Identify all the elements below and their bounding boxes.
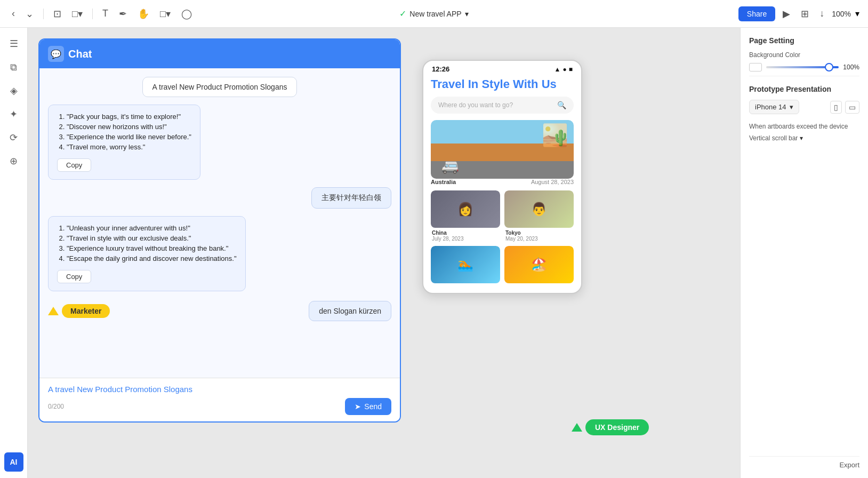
back-button[interactable]: ‹ <box>9 6 18 21</box>
grid-item-china: 👩 China July 28, 2023 <box>431 190 500 242</box>
color-swatch[interactable] <box>749 63 762 71</box>
bubble-button[interactable]: ◯ <box>178 6 195 22</box>
scroll-select[interactable]: Vertical scroll bar ▾ <box>749 134 859 142</box>
grid-item-3: 🏊 <box>431 246 500 285</box>
list-item: "Travel more, worry less." <box>67 143 191 151</box>
zoom-level[interactable]: 100% <box>832 10 851 18</box>
comment-button[interactable]: □▾ <box>157 6 174 22</box>
left-sidebar: ☰ ⧉ ◈ ✦ ⟳ ⊕ AI <box>0 28 28 478</box>
blue-water-image: 🏊 <box>431 246 500 283</box>
sidebar-assets[interactable]: ✦ <box>4 105 23 124</box>
history-button[interactable]: ⌄ <box>22 6 37 22</box>
chat-input-title: A travel New Product Promotion Slogans <box>48 385 391 394</box>
copy-button-1[interactable]: Copy <box>57 158 91 172</box>
text-button[interactable]: T <box>99 6 111 21</box>
chat-body: A travel New Product Promotion Slogans "… <box>39 68 400 378</box>
download-button[interactable]: ↓ <box>816 6 827 21</box>
opacity-slider[interactable] <box>766 66 839 68</box>
grid-item-4: 🏖️ <box>504 246 574 285</box>
grid-button[interactable]: ⊞ <box>798 6 812 22</box>
scroll-dropdown: ▾ <box>800 134 803 142</box>
portrait-btn[interactable]: ▯ <box>830 101 842 114</box>
van-decoration: 🚐 <box>441 158 459 174</box>
phone-status-bar: 12:26 ▲ ● ■ <box>423 61 581 75</box>
play-button[interactable]: ▶ <box>779 6 793 22</box>
sidebar-layers[interactable]: ⧉ <box>4 58 23 77</box>
topbar-center: ✓ New travel APP ▾ <box>399 9 468 19</box>
export-button[interactable]: Export <box>839 461 859 469</box>
china-location: China <box>432 230 499 236</box>
zoom-dropdown[interactable]: ▾ <box>855 9 859 19</box>
china-image: 👩 <box>431 190 500 228</box>
rocks-decoration: 🏜️ <box>542 123 568 148</box>
china-date: July 28, 2023 <box>432 236 499 242</box>
copy-button-2[interactable]: Copy <box>57 270 91 283</box>
ai-list-1: "Pack your bags, it's time to explore!" … <box>57 113 191 151</box>
send-icon: ➤ <box>355 402 361 411</box>
phone-mockup: 12:26 ▲ ● ■ Travel In Style With Us Wher… <box>422 60 582 294</box>
list-item: "Discover new horizons with us!" <box>67 123 191 131</box>
photo-grid: 👩 China July 28, 2023 👨 Tokyo <box>431 190 574 285</box>
landscape-btn[interactable]: ▭ <box>845 101 859 114</box>
user-msg-1: 主要针对年轻白领 <box>311 187 391 209</box>
ai-response-2: "Unleash your inner adventurer with us!"… <box>48 216 246 291</box>
person-photo: 👩 <box>431 190 500 228</box>
divider-2 <box>749 456 859 457</box>
sidebar-menu[interactable]: ☰ <box>4 34 23 53</box>
project-title[interactable]: New travel APP <box>409 10 461 18</box>
pen-button[interactable]: ✒ <box>116 6 130 22</box>
page-setting-title: Page Setting <box>749 36 859 45</box>
tokyo-location: Tokyo <box>505 230 573 236</box>
marketer-triangle <box>48 307 59 315</box>
system-prompt-msg: A travel New Product Promotion Slogans <box>142 77 298 97</box>
chat-input-bar: A travel New Product Promotion Slogans 0… <box>39 378 400 421</box>
sidebar-plugins[interactable]: ⊕ <box>4 152 23 171</box>
divider-1 <box>749 76 859 76</box>
ux-designer-label: UX Designer <box>585 419 649 435</box>
tokyo-date: May 20, 2023 <box>505 236 573 242</box>
ai-list-2: "Unleash your inner adventurer with us!"… <box>57 224 237 262</box>
separator <box>43 9 44 19</box>
frame-button[interactable]: □▾ <box>69 6 86 22</box>
chat-panel: 💬 Chat A travel New Product Promotion Sl… <box>38 38 401 423</box>
canvas-area[interactable]: 💬 Chat A travel New Product Promotion Sl… <box>28 28 740 478</box>
battery-icon: ■ <box>569 66 573 73</box>
marketer-label: Marketer <box>62 304 110 318</box>
device-label: iPhone 14 <box>755 103 786 111</box>
hand-button[interactable]: ✋ <box>134 6 152 22</box>
featured-location: Australia <box>431 179 456 185</box>
bg-color-label: Background Color <box>749 51 859 59</box>
device-dropdown: ▾ <box>790 103 793 111</box>
featured-image: 🏜️ 🚐 <box>431 120 574 179</box>
phone-time: 12:26 <box>432 65 449 73</box>
exceed-label: When artboards exceed the device <box>749 123 859 130</box>
sidebar-ai[interactable]: AI <box>4 452 23 472</box>
topbar-left: ‹ ⌄ ⊡ □▾ T ✒ ✋ □▾ ◯ <box>9 6 195 22</box>
water-photo: 🏊 <box>431 246 500 283</box>
device-icons: ▯ ▭ <box>830 101 859 114</box>
list-item: "Experience luxury travel without breaki… <box>67 244 237 252</box>
main-area: ☰ ⧉ ◈ ✦ ⟳ ⊕ AI 💬 Chat A travel New Produ… <box>0 28 868 478</box>
device-select[interactable]: iPhone 14 ▾ <box>749 100 799 114</box>
china-caption: China July 28, 2023 <box>431 230 500 242</box>
ux-designer-bubble: UX Designer <box>572 419 649 435</box>
share-button[interactable]: Share <box>738 6 775 21</box>
list-item: "Pack your bags, it's time to explore!" <box>67 113 191 121</box>
page-setting-section: Page Setting Background Color 100% Proto… <box>749 36 859 142</box>
chat-input-row: 0/200 ➤ Send <box>48 398 391 415</box>
topbar: ‹ ⌄ ⊡ □▾ T ✒ ✋ □▾ ◯ ✓ New travel APP ▾ S… <box>0 0 868 28</box>
chat-bottom-row: Marketer den Slogan kürzen <box>48 301 391 321</box>
phone-search-bar[interactable]: Where do you want to go? 🔍 <box>431 97 574 114</box>
beach-photo: 🏖️ <box>504 246 574 283</box>
chat-header: 💬 Chat <box>39 39 400 68</box>
send-button[interactable]: ➤ Send <box>345 398 391 415</box>
sidebar-components[interactable]: ◈ <box>4 81 23 100</box>
beach-image: 🏖️ <box>504 246 574 283</box>
sidebar-collaboration[interactable]: ⟳ <box>4 128 23 147</box>
list-item: "Experience the world like never before.… <box>67 133 191 141</box>
wifi-icon: ● <box>563 66 567 73</box>
tokyo-caption: Tokyo May 20, 2023 <box>504 230 574 242</box>
pages-button[interactable]: ⊡ <box>50 6 65 22</box>
dropdown-icon[interactable]: ▾ <box>465 10 469 18</box>
list-item: "Travel in style with our exclusive deal… <box>67 234 237 242</box>
